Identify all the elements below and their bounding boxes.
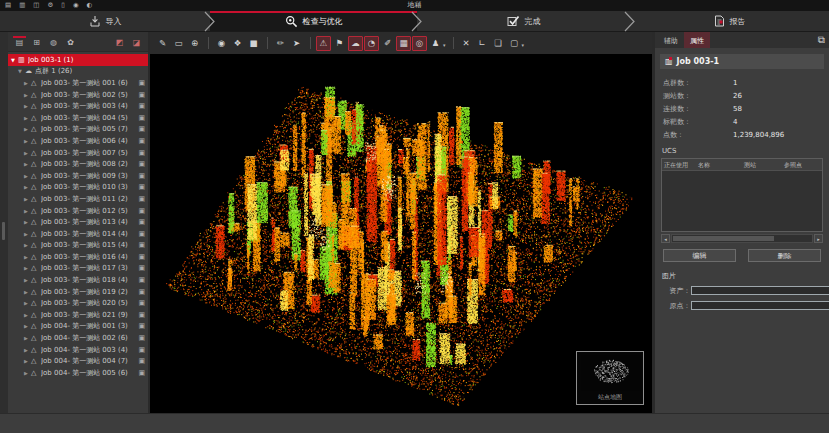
tree-item[interactable]: ▶△Job 003- 第一测站 005 (7)▣ — [8, 124, 148, 136]
image-thumb-icon[interactable]: ▣ — [135, 230, 145, 238]
window-icon[interactable]: ◫ — [33, 2, 39, 9]
expand-caret-icon[interactable]: ▶ — [24, 242, 31, 248]
asset-input[interactable] — [691, 286, 829, 295]
measure-icon[interactable]: ✐ — [380, 36, 395, 51]
zoom-select-icon[interactable]: ⊕ — [187, 36, 202, 51]
origin-input[interactable] — [691, 301, 829, 310]
solid-square-icon[interactable]: ■ — [246, 36, 261, 51]
image-thumb-icon[interactable]: ▣ — [135, 276, 145, 284]
link-tab-icon[interactable]: ⊞ — [28, 36, 45, 47]
image-thumb-icon[interactable]: ▣ — [135, 299, 145, 307]
expand-caret-icon[interactable]: ▶ — [24, 184, 31, 190]
warning-icon[interactable]: ⚠ — [316, 36, 331, 51]
tree-item[interactable]: ▶△Job 003- 第一测站 008 (2)▣ — [8, 158, 148, 170]
tree-root-item[interactable]: ▼ ▥ Job 003-1 (1) — [8, 54, 148, 66]
stamp-icon[interactable]: ✎ — [155, 36, 170, 51]
globe-tab-icon[interactable]: ◍ — [45, 36, 62, 47]
tag-icon[interactable]: ⚑ — [332, 36, 347, 51]
image-thumb-icon[interactable]: ▣ — [135, 334, 145, 342]
ucs-column-header[interactable]: 测站 — [742, 159, 782, 170]
tree-item[interactable]: ▶△Job 004- 第一测站 005 (6)▣ — [8, 367, 148, 379]
tree-item[interactable]: ▶△Job 003- 第一测站 020 (5)▣ — [8, 297, 148, 309]
expand-caret-icon[interactable]: ▶ — [24, 103, 31, 109]
expand-caret-icon[interactable]: ▶ — [24, 265, 31, 271]
tree-item[interactable]: ▶△Job 003- 第一测站 006 (4)▣ — [8, 135, 148, 147]
expand-caret-icon[interactable]: ▶ — [24, 277, 31, 283]
tree-item[interactable]: ▶△Job 003- 第一测站 013 (4)▣ — [8, 216, 148, 228]
layers-icon[interactable]: ❏ — [491, 36, 506, 51]
tree-item[interactable]: ▶△Job 004- 第一测站 004 (7)▣ — [8, 355, 148, 367]
image-thumb-icon[interactable]: ▣ — [135, 218, 145, 226]
image-thumb-icon[interactable]: ▣ — [135, 369, 145, 377]
tree-item[interactable]: ▶△Job 003- 第一测站 004 (5)▣ — [8, 112, 148, 124]
tree-item[interactable]: ▶△Job 003- 第一测站 015 (4)▣ — [8, 240, 148, 252]
expand-caret-icon[interactable]: ▶ — [24, 300, 31, 306]
project-tab-icon[interactable]: ▤ — [11, 36, 28, 47]
image-thumb-icon[interactable]: ▣ — [135, 264, 145, 272]
expand-caret-icon[interactable]: ▶ — [24, 347, 31, 353]
float-panel-icon[interactable]: ⧉ — [818, 34, 825, 46]
tree-item[interactable]: ▶△Job 003- 第一测站 009 (3)▣ — [8, 170, 148, 182]
tree-item[interactable]: ▶△Job 003- 第一测站 016 (4)▣ — [8, 251, 148, 263]
expand-caret-icon[interactable]: ▶ — [24, 219, 31, 225]
screen-icon[interactable]: ▢ — [507, 36, 522, 51]
ucs-table[interactable]: 正在使用名称测站参照点 — [661, 158, 823, 232]
image-thumb-icon[interactable]: ▣ — [135, 114, 145, 122]
tree-item[interactable]: ▶△Job 004- 第一测站 002 (6)▣ — [8, 332, 148, 344]
filter-off-icon[interactable]: ◪ — [128, 36, 145, 47]
pie-chart-icon[interactable]: ◔ — [364, 36, 379, 51]
tree-item[interactable]: ▶△Job 003- 第一测站 018 (4)▣ — [8, 274, 148, 286]
tree-item[interactable]: ▶△Job 003- 第一测站 017 (3)▣ — [8, 263, 148, 275]
camera-icon[interactable]: ◉ — [214, 36, 229, 51]
expand-caret-icon[interactable]: ▶ — [24, 208, 31, 214]
image-thumb-icon[interactable]: ▣ — [135, 137, 145, 145]
workflow-step-inspect-optimize[interactable]: 检查与优化 — [210, 11, 417, 31]
scrollbar-thumb[interactable] — [673, 236, 774, 241]
scroll-left-icon[interactable]: ◂ — [661, 234, 670, 243]
image-thumb-icon[interactable]: ▣ — [135, 91, 145, 99]
expand-caret-icon[interactable]: ▶ — [24, 80, 31, 86]
image-thumb-icon[interactable]: ▣ — [135, 195, 145, 203]
shuffle-icon[interactable]: ✕ — [459, 36, 474, 51]
expand-caret-icon[interactable]: ▶ — [24, 254, 31, 260]
cloud-icon[interactable]: ☁ — [348, 36, 363, 51]
expand-caret-icon[interactable]: ▶ — [24, 126, 31, 132]
image-thumb-icon[interactable]: ▣ — [135, 357, 145, 365]
image-thumb-icon[interactable]: ▣ — [135, 311, 145, 319]
ucs-horizontal-scrollbar[interactable]: ◂ ▸ — [661, 234, 823, 243]
edit-button[interactable]: 编辑 — [663, 249, 736, 262]
image-thumb-icon[interactable]: ▣ — [135, 160, 145, 168]
workflow-step-import[interactable]: 导入 — [0, 11, 210, 31]
panel-splitter[interactable] — [2, 222, 5, 240]
image-thumb-icon[interactable]: ▣ — [135, 102, 145, 110]
save-icon[interactable]: ▥ — [19, 2, 25, 9]
tree-item[interactable]: ▶△Job 003- 第一测站 021 (9)▣ — [8, 309, 148, 321]
image-thumb-icon[interactable]: ▣ — [135, 288, 145, 296]
tree-item[interactable]: ▶△Job 003- 第一测站 012 (5)▣ — [8, 205, 148, 217]
tab-auxiliary[interactable]: 辅助 — [658, 32, 684, 48]
minimap[interactable]: 站点地图 — [576, 351, 644, 405]
pick-arrow-icon[interactable]: ➤ — [289, 36, 304, 51]
viewport-3d[interactable]: 站点地图 — [150, 54, 652, 413]
tree-item[interactable]: ▶△Job 003- 第一测站 002 (5)▣ — [8, 89, 148, 101]
image-thumb-icon[interactable]: ▣ — [135, 125, 145, 133]
workflow-step-complete[interactable]: 完成 — [417, 11, 630, 31]
image-thumb-icon[interactable]: ▣ — [135, 183, 145, 191]
scrollbar-track[interactable] — [671, 234, 813, 243]
tree-item[interactable]: ▶△Job 003- 第一测站 001 (6)▣ — [8, 77, 148, 89]
tree-item[interactable]: ▶△Job 004- 第一测站 001 (3)▣ — [8, 321, 148, 333]
ucs-column-header[interactable]: 名称 — [696, 159, 742, 170]
scroll-right-icon[interactable]: ▸ — [814, 234, 823, 243]
tree-item[interactable]: ▶△Job 003- 第一测站 003 (4)▣ — [8, 100, 148, 112]
expand-caret-icon[interactable]: ▶ — [24, 173, 31, 179]
image-thumb-icon[interactable]: ▣ — [135, 346, 145, 354]
expand-caret-icon[interactable]: ▼ — [11, 57, 18, 63]
expand-caret-icon[interactable]: ▶ — [24, 161, 31, 167]
image-thumb-icon[interactable]: ▣ — [135, 253, 145, 261]
tree-item[interactable]: ▶△Job 003- 第一测站 007 (5)▣ — [8, 147, 148, 159]
tree-item[interactable]: ▶△Job 004- 第一测站 003 (4)▣ — [8, 344, 148, 356]
favorites-tab-icon[interactable]: ✿ — [62, 36, 79, 47]
expand-caret-icon[interactable]: ▶ — [24, 335, 31, 341]
expand-caret-icon[interactable]: ▶ — [24, 115, 31, 121]
pen-icon[interactable]: ✏ — [273, 36, 288, 51]
